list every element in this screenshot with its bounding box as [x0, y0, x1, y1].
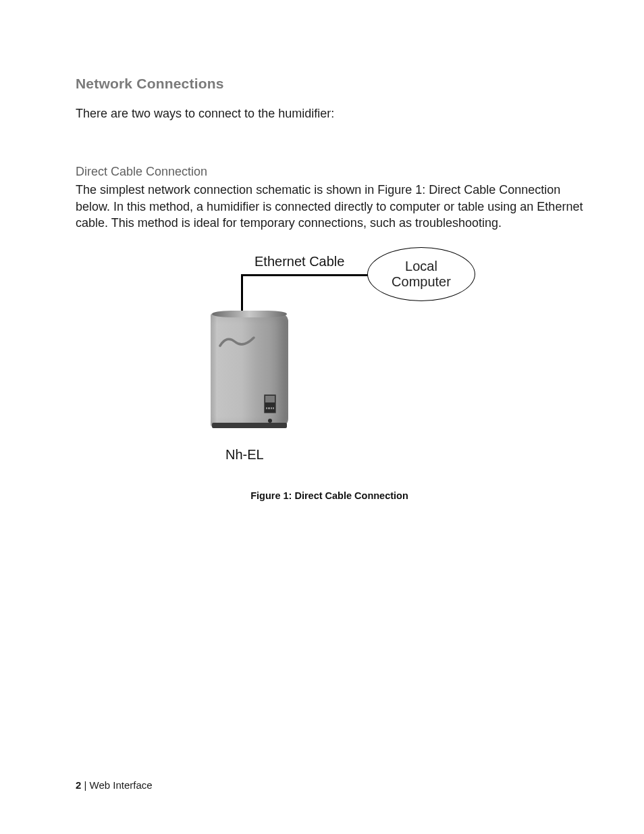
figure-caption: Figure 1: Direct Cable Connection — [76, 490, 583, 501]
device-base — [212, 423, 287, 428]
section-heading: Network Connections — [76, 76, 583, 92]
device-top-cap — [212, 311, 287, 317]
device-buttons — [266, 407, 274, 411]
subsection-heading: Direct Cable Connection — [76, 165, 583, 179]
cable-horizontal-line — [241, 274, 368, 276]
node-label-line1: Local — [405, 259, 437, 274]
figure-diagram: Ethernet Cable Local Computer — [211, 251, 548, 474]
footer-separator: | — [81, 779, 89, 791]
local-computer-node: Local Computer — [367, 247, 475, 301]
device-screen — [265, 396, 275, 402]
subsection-body: The simplest network connection schemati… — [76, 182, 583, 231]
device-body — [211, 313, 288, 427]
document-page: Network Connections There are two ways t… — [0, 0, 644, 501]
intro-paragraph: There are two ways to connect to the hum… — [76, 105, 583, 122]
node-label-line2: Computer — [392, 274, 451, 290]
device-control-panel — [264, 394, 276, 413]
wave-icon — [219, 332, 255, 353]
page-footer: 2 | Web Interface — [76, 779, 153, 791]
device-model-label: Nh-EL — [225, 447, 264, 463]
ethernet-cable-label: Ethernet Cable — [254, 254, 344, 269]
footer-section-name: Web Interface — [90, 779, 153, 791]
humidifier-device-icon — [211, 313, 288, 427]
